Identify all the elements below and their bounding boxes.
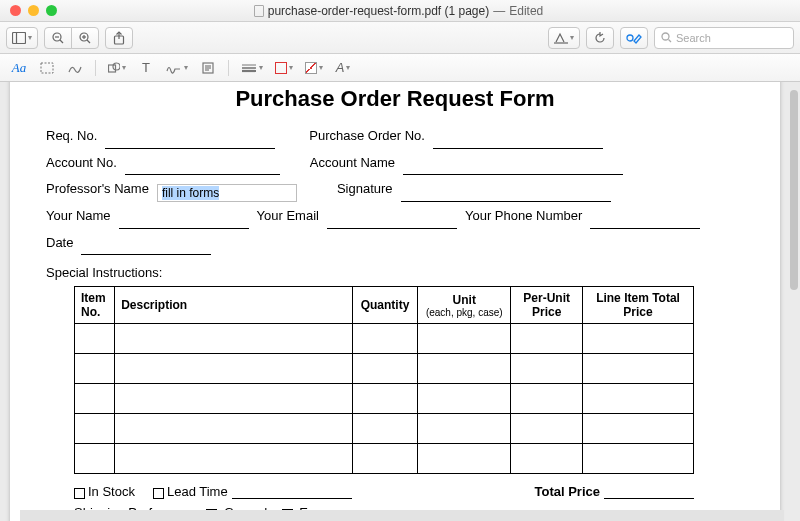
label-po-no: Purchase Order No.: [309, 124, 425, 149]
field-your-name[interactable]: [119, 215, 249, 229]
document-viewport[interactable]: Purchase Order Request Form Req. No. Pur…: [0, 82, 800, 521]
edited-label: Edited: [509, 4, 543, 18]
table-row[interactable]: [75, 444, 694, 474]
shapes-tool[interactable]: ▾: [105, 58, 129, 78]
label-in-stock: In Stock: [88, 484, 135, 499]
col-qty: Quantity: [352, 287, 417, 324]
sketch-tool[interactable]: [64, 58, 86, 78]
page-gap: [20, 510, 784, 521]
sidebar-button[interactable]: ▾: [6, 27, 38, 49]
svg-rect-16: [109, 65, 116, 72]
document-icon: [254, 5, 264, 17]
main-toolbar: ▾ ▾ Search: [0, 22, 800, 54]
label-your-email: Your Email: [257, 204, 319, 229]
highlight-button[interactable]: ▾: [548, 27, 580, 49]
label-acct-name: Account Name: [310, 151, 395, 176]
border-color-tool[interactable]: ▾: [272, 58, 296, 78]
window-controls: [10, 5, 57, 16]
minimize-window-button[interactable]: [28, 5, 39, 16]
text-tool[interactable]: Aa: [8, 58, 30, 78]
svg-line-14: [669, 40, 672, 43]
table-row[interactable]: [75, 414, 694, 444]
text-style-tool[interactable]: A▾: [332, 58, 354, 78]
col-item-no: Item No.: [75, 287, 115, 324]
field-acct-no[interactable]: [125, 161, 280, 175]
search-icon: [661, 32, 672, 43]
svg-rect-15: [41, 63, 53, 73]
close-window-button[interactable]: [10, 5, 21, 16]
svg-point-17: [113, 63, 120, 70]
line-style-tool[interactable]: ▾: [238, 58, 266, 78]
label-prof: Professor's Name: [46, 177, 149, 202]
col-total: Line Item Total Price: [583, 287, 694, 324]
table-row[interactable]: [75, 354, 694, 384]
form-title: Purchase Order Request Form: [46, 86, 744, 112]
svg-rect-0: [13, 32, 26, 43]
markup-toolbar: Aa ▾ T ▾ ▾ ▾ ▾ A▾: [0, 54, 800, 82]
zoom-in-button[interactable]: [71, 27, 99, 49]
col-ppu: Per-Unit Price: [511, 287, 583, 324]
scrollbar-thumb[interactable]: [790, 90, 798, 290]
field-total-price[interactable]: [604, 485, 694, 499]
window-title: purchase-order-request-form.pdf (1 page)…: [57, 4, 740, 18]
zoom-out-button[interactable]: [44, 27, 72, 49]
share-button[interactable]: [105, 27, 133, 49]
col-desc: Description: [115, 287, 353, 324]
svg-line-6: [87, 40, 90, 43]
markup-button[interactable]: [620, 27, 648, 49]
rotate-button[interactable]: [586, 27, 614, 49]
label-acct-no: Account No.: [46, 151, 117, 176]
label-lead-time: Lead Time: [167, 484, 228, 499]
label-special-instructions: Special Instructions:: [46, 265, 744, 280]
field-your-phone[interactable]: [590, 215, 700, 229]
table-row[interactable]: [75, 384, 694, 414]
fill-color-tool[interactable]: ▾: [302, 58, 326, 78]
items-table: Item No. Description Quantity Unit(each,…: [74, 286, 694, 474]
checkbox-lead-time[interactable]: [153, 488, 164, 499]
titlebar: purchase-order-request-form.pdf (1 page)…: [0, 0, 800, 22]
svg-point-13: [662, 33, 669, 40]
text-box-tool[interactable]: T: [135, 58, 157, 78]
pdf-page: Purchase Order Request Form Req. No. Pur…: [10, 82, 780, 521]
field-your-email[interactable]: [327, 215, 457, 229]
svg-point-12: [627, 35, 633, 41]
checkbox-in-stock[interactable]: [74, 488, 85, 499]
field-signature[interactable]: [401, 188, 611, 202]
prof-name-input[interactable]: fill in forms: [157, 184, 297, 202]
field-lead-time[interactable]: [232, 485, 352, 499]
field-acct-name[interactable]: [403, 161, 623, 175]
field-po-no[interactable]: [433, 135, 603, 149]
scrollbar-track[interactable]: [789, 86, 799, 517]
search-placeholder: Search: [676, 32, 711, 44]
label-req-no: Req. No.: [46, 124, 97, 149]
note-tool[interactable]: [197, 58, 219, 78]
zoom-window-button[interactable]: [46, 5, 57, 16]
field-date[interactable]: [81, 241, 211, 255]
label-your-name: Your Name: [46, 204, 111, 229]
search-field[interactable]: Search: [654, 27, 794, 49]
field-req-no[interactable]: [105, 135, 275, 149]
table-row[interactable]: [75, 324, 694, 354]
col-unit: Unit(each, pkg, case): [418, 287, 511, 324]
label-your-phone: Your Phone Number: [465, 204, 582, 229]
svg-line-3: [60, 40, 63, 43]
label-signature: Signature: [337, 177, 393, 202]
label-date: Date: [46, 231, 73, 256]
file-name: purchase-order-request-form.pdf (1 page): [268, 4, 489, 18]
label-total-price: Total Price: [534, 484, 600, 499]
select-rect-tool[interactable]: [36, 58, 58, 78]
sign-tool[interactable]: ▾: [163, 58, 191, 78]
